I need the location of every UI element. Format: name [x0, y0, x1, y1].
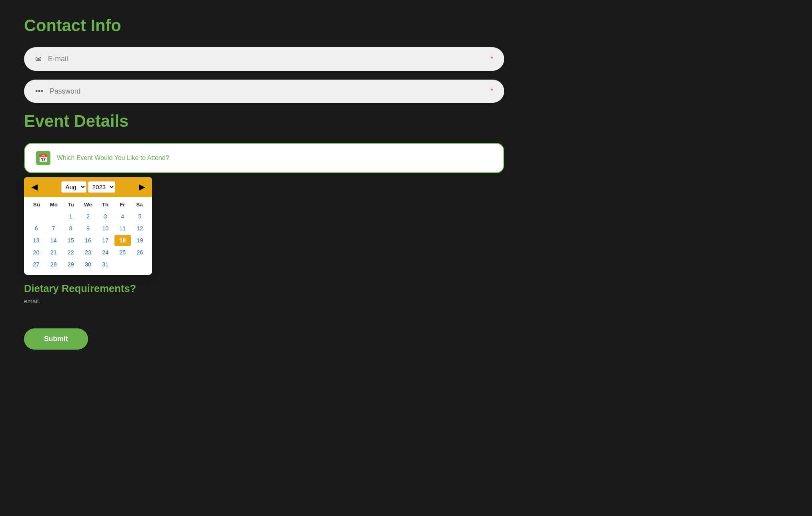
weekday-tu: Tu	[62, 200, 80, 209]
event-date-picker[interactable]: 📅 Which Event Would You Like to Attend?	[24, 143, 504, 173]
calendar-day[interactable]: 22	[62, 247, 79, 258]
calendar-day[interactable]: 26	[132, 247, 148, 258]
calendar-day[interactable]: 23	[80, 247, 96, 258]
calendar-day[interactable]: 29	[62, 259, 79, 270]
password-required-indicator: *	[491, 88, 493, 95]
calendar-day[interactable]: 31	[97, 259, 114, 270]
email-note: email.	[24, 298, 788, 304]
event-details-title: Event Details	[24, 112, 788, 131]
email-required-indicator: *	[491, 56, 493, 63]
weekday-mo: Mo	[45, 200, 62, 209]
weekday-sa: Sa	[131, 200, 148, 209]
calendar-selects: Aug Jan Feb Mar Apr May Jun Jul Sep Oct …	[61, 181, 115, 193]
calendar-header: ◀ Aug Jan Feb Mar Apr May Jun Jul Sep Oc…	[24, 177, 152, 197]
calendar-day[interactable]: 30	[80, 259, 96, 270]
calendar-day[interactable]: 7	[45, 223, 62, 234]
calendar-day[interactable]: 19	[132, 235, 148, 246]
calendar-day[interactable]: 9	[80, 223, 96, 234]
calendar-day[interactable]: 11	[114, 223, 131, 234]
calendar-empty-cell	[28, 211, 44, 222]
email-input[interactable]	[48, 55, 483, 63]
calendar-day[interactable]: 27	[28, 259, 44, 270]
calendar-day[interactable]: 28	[45, 259, 62, 270]
event-placeholder-text: Which Event Would You Like to Attend?	[57, 154, 169, 162]
password-dots-icon: •••	[35, 87, 43, 96]
calendar-day[interactable]: 8	[62, 223, 79, 234]
calendar-day[interactable]: 12	[132, 223, 148, 234]
calendar-weekdays: Su Mo Tu We Th Fr Sa	[28, 200, 148, 209]
calendar-day[interactable]: 15	[62, 235, 79, 246]
calendar-next-button[interactable]: ▶	[136, 182, 147, 193]
password-input[interactable]	[50, 87, 483, 96]
email-icon: ✉	[35, 54, 42, 64]
calendar-day[interactable]: 5	[132, 211, 148, 222]
calendar-dropdown: ◀ Aug Jan Feb Mar Apr May Jun Jul Sep Oc…	[24, 177, 152, 275]
calendar-day[interactable]: 18	[114, 235, 131, 246]
calendar-icon: 📅	[36, 151, 50, 165]
submit-button[interactable]: Submit	[24, 328, 88, 350]
dietary-title: Dietary Requirements?	[24, 283, 136, 294]
calendar-day[interactable]: 20	[28, 247, 44, 258]
calendar-day[interactable]: 1	[62, 211, 79, 222]
calendar-day[interactable]: 3	[97, 211, 114, 222]
calendar-day[interactable]: 13	[28, 235, 44, 246]
calendar-day[interactable]: 17	[97, 235, 114, 246]
calendar-day[interactable]: 16	[80, 235, 96, 246]
calendar-day[interactable]: 4	[114, 211, 131, 222]
calendar-day[interactable]: 21	[45, 247, 62, 258]
month-select[interactable]: Aug Jan Feb Mar Apr May Jun Jul Sep Oct …	[61, 181, 86, 193]
year-select[interactable]: 2023 2020 2021 2022 2024 2025	[88, 181, 115, 193]
event-details-section: Event Details 📅 Which Event Would You Li…	[24, 112, 788, 304]
calendar-day[interactable]: 24	[97, 247, 114, 258]
email-field-container: ✉ *	[24, 47, 504, 71]
contact-info-title: Contact Info	[24, 16, 788, 35]
calendar-prev-button[interactable]: ◀	[29, 182, 40, 193]
dietary-section: Dietary Requirements? email.	[24, 283, 788, 304]
calendar-grid: Su Mo Tu We Th Fr Sa 1234567891011121314…	[24, 197, 152, 275]
calendar-day[interactable]: 2	[80, 211, 96, 222]
calendar-empty-cell	[45, 211, 62, 222]
calendar-days-grid: 1234567891011121314151617181920212223242…	[28, 211, 148, 270]
weekday-su: Su	[28, 200, 45, 209]
weekday-th: Th	[96, 200, 114, 209]
calendar-day[interactable]: 14	[45, 235, 62, 246]
password-field-container: ••• *	[24, 80, 504, 103]
calendar-day[interactable]: 25	[114, 247, 131, 258]
calendar-day[interactable]: 10	[97, 223, 114, 234]
calendar-day[interactable]: 6	[28, 223, 44, 234]
weekday-we: We	[80, 200, 97, 209]
weekday-fr: Fr	[114, 200, 131, 209]
